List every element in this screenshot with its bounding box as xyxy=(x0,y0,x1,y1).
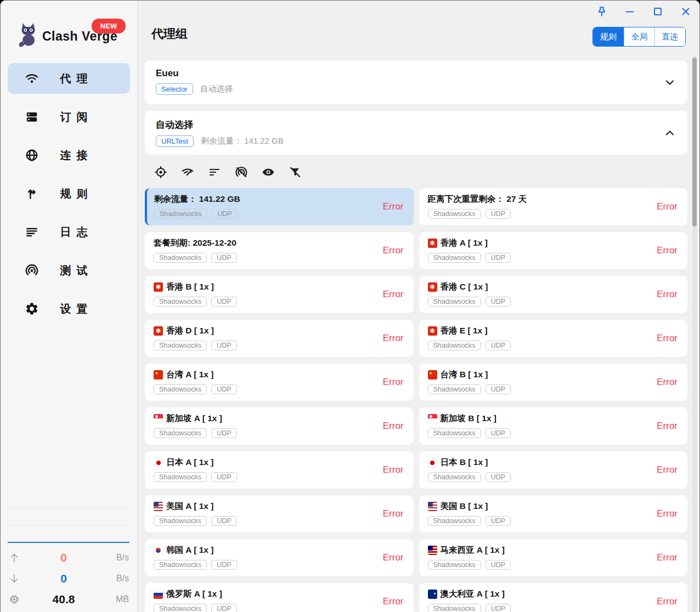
proxy-card[interactable]: 美国 B [ 1x ]ShadowsocksUDPError xyxy=(419,495,688,532)
proxy-title: 日本 A [ 1x ] xyxy=(166,457,213,468)
tethering-off-icon[interactable] xyxy=(235,166,248,179)
proxy-card[interactable]: 香港 A [ 1x ]ShadowsocksUDPError xyxy=(419,232,688,269)
proxy-status: Error xyxy=(657,596,678,607)
udp-badge: UDP xyxy=(486,384,511,394)
sidebar-item-subscription[interactable]: 订阅 xyxy=(8,101,130,132)
close-icon[interactable] xyxy=(680,5,692,18)
chevron-down-icon[interactable] xyxy=(663,76,676,89)
kr-flag-icon xyxy=(154,546,163,555)
pin-icon[interactable] xyxy=(596,5,608,18)
sidebar-item-tethering[interactable]: 测试 xyxy=(8,255,130,286)
proxy-title: 香港 A [ 1x ] xyxy=(441,237,488,249)
sidebar-item-globe[interactable]: 连接 xyxy=(8,140,130,171)
sg-flag-icon xyxy=(154,414,163,423)
sidebar-item-wifi[interactable]: 代理 xyxy=(8,63,130,94)
proxy-card[interactable]: 日本 B [ 1x ]ShadowsocksUDPError xyxy=(419,451,688,489)
proxy-title: 距离下次重置剩余： 27 天 xyxy=(428,194,527,205)
proxy-card[interactable]: 剩余流量： 141.22 GBShadowsocksUDPError xyxy=(145,188,414,225)
arrow-up-icon xyxy=(8,552,20,564)
proxy-status: Error xyxy=(657,377,678,388)
proxy-card[interactable]: 台湾 B [ 1x ]ShadowsocksUDPError xyxy=(419,364,688,401)
proxy-title: 日本 B [ 1x ] xyxy=(441,457,488,468)
traffic-line xyxy=(8,542,129,543)
proxy-group-card-eueu[interactable]: Eueu Selector 自动选择 xyxy=(145,60,687,104)
filter-off-icon[interactable] xyxy=(289,166,302,179)
locate-icon[interactable] xyxy=(154,166,167,179)
proxy-title: 新加坡 B [ 1x ] xyxy=(441,413,496,424)
sort-icon[interactable] xyxy=(208,166,221,179)
hk-flag-icon xyxy=(428,282,437,292)
chevron-up-icon[interactable] xyxy=(663,126,676,139)
traffic-stats: 0B/s0B/s40.8MB xyxy=(1,547,137,610)
proxy-title: 台湾 A [ 1x ] xyxy=(166,369,213,381)
clash-verge-logo-icon xyxy=(15,21,41,49)
us-flag-icon xyxy=(428,502,437,511)
window-controls xyxy=(596,5,692,18)
protocol-badge: Shadowsocks xyxy=(154,516,207,526)
protocol-badge: Shadowsocks xyxy=(154,472,207,482)
protocol-badge: Shadowsocks xyxy=(428,604,481,612)
sidebar-item-logs[interactable]: 日志 xyxy=(8,217,130,247)
udp-badge: UDP xyxy=(486,297,511,307)
protocol-badge: Shadowsocks xyxy=(154,428,207,438)
udp-badge: UDP xyxy=(486,560,511,570)
proxy-status: Error xyxy=(657,289,678,300)
proxy-card[interactable]: 俄罗斯 A [ 1x ]ShadowsocksUDPError xyxy=(145,583,414,612)
my-flag-icon xyxy=(428,546,437,555)
proxy-card[interactable]: 日本 A [ 1x ]ShadowsocksUDPError xyxy=(145,451,414,489)
proxy-card[interactable]: 新加坡 B [ 1x ]ShadowsocksUDPError xyxy=(419,407,688,445)
proxy-card[interactable]: 香港 E [ 1x ]ShadowsocksUDPError xyxy=(419,320,688,357)
proxy-card[interactable]: 香港 D [ 1x ]ShadowsocksUDPError xyxy=(145,320,414,357)
udp-badge: UDP xyxy=(212,209,237,219)
proxy-status: Error xyxy=(383,201,404,212)
protocol-badge: Shadowsocks xyxy=(428,384,481,394)
network-check-icon[interactable] xyxy=(181,166,194,179)
proxy-card[interactable]: 美国 A [ 1x ]ShadowsocksUDPError xyxy=(145,495,414,532)
udp-badge: UDP xyxy=(486,604,511,612)
brand: Clash Verge NEW xyxy=(1,1,137,55)
cn-flag-icon xyxy=(154,370,163,379)
proxy-status: Error xyxy=(383,377,404,388)
minimize-icon[interactable] xyxy=(624,5,636,18)
sidebar-item-fork[interactable]: 规则 xyxy=(8,178,130,209)
proxy-status: Error xyxy=(383,289,404,300)
proxy-card[interactable]: 韩国 A [ 1x ]ShadowsocksUDPError xyxy=(145,539,414,576)
proxy-card[interactable]: 香港 C [ 1x ]ShadowsocksUDPError xyxy=(419,276,688,313)
protocol-badge: Shadowsocks xyxy=(428,560,481,570)
udp-badge: UDP xyxy=(211,560,236,570)
udp-badge: UDP xyxy=(486,341,511,350)
scrollbar-thumb[interactable] xyxy=(692,58,697,226)
proxy-status: Error xyxy=(657,333,678,344)
stat-unit: B/s xyxy=(103,553,129,563)
proxy-card[interactable]: 新加坡 A [ 1x ]ShadowsocksUDPError xyxy=(145,407,414,445)
proxy-status: Error xyxy=(657,552,678,563)
proxy-card[interactable]: 澳大利亚 A [ 1x ]ShadowsocksUDPError xyxy=(419,583,688,612)
proxy-title: 马来西亚 A [ 1x ] xyxy=(441,545,505,556)
graph-gridline xyxy=(8,525,129,525)
protocol-badge: Shadowsocks xyxy=(428,297,481,307)
sg-flag-icon xyxy=(428,414,437,423)
proxy-title: 美国 A [ 1x ] xyxy=(166,501,213,512)
stat-row: 0B/s xyxy=(1,568,137,589)
proxy-status: Error xyxy=(383,508,404,519)
proxy-status: Error xyxy=(383,421,404,432)
page-title: 代理组 xyxy=(145,26,687,42)
proxy-card[interactable]: 马来西亚 A [ 1x ]ShadowsocksUDPError xyxy=(419,539,688,576)
protocol-badge: Shadowsocks xyxy=(428,516,481,526)
maximize-icon[interactable] xyxy=(652,5,664,18)
jp-flag-icon xyxy=(154,458,163,467)
proxy-status: Error xyxy=(657,245,678,256)
stat-unit: B/s xyxy=(103,574,129,583)
proxy-card[interactable]: 距离下次重置剩余： 27 天ShadowsocksUDPError xyxy=(419,188,688,225)
hk-flag-icon xyxy=(154,282,163,292)
sidebar-item-gear[interactable]: 设置 xyxy=(8,293,130,324)
eye-icon[interactable] xyxy=(262,166,275,179)
proxy-card[interactable]: 香港 B [ 1x ]ShadowsocksUDPError xyxy=(145,276,414,313)
proxy-card[interactable]: 台湾 A [ 1x ]ShadowsocksUDPError xyxy=(145,364,414,401)
au-flag-icon xyxy=(428,590,437,599)
protocol-badge: Shadowsocks xyxy=(154,341,207,350)
proxy-card[interactable]: 套餐到期: 2025-12-20ShadowsocksUDPError xyxy=(145,232,414,269)
protocol-badge: Shadowsocks xyxy=(428,341,481,350)
proxy-group-card-auto-select[interactable]: 自动选择 URLTest 剩余流量： 141.22 GB xyxy=(145,111,687,155)
tethering-icon xyxy=(25,263,39,277)
